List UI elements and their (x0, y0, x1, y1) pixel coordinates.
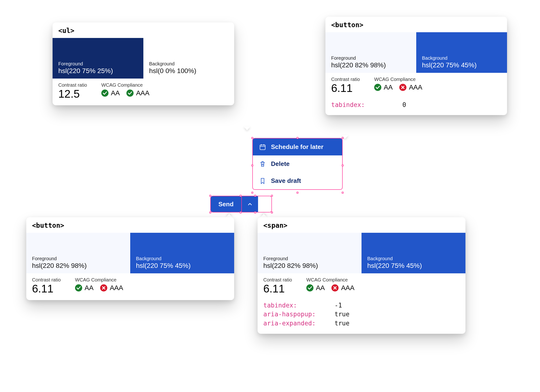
background-swatch: Background hsl(220 75% 45%) (416, 32, 507, 73)
wcag-aaa-badge: AAA (100, 284, 123, 292)
menu-item-delete[interactable]: Delete (253, 155, 342, 172)
swatch-value: hsl(220 82% 98%) (331, 61, 410, 69)
wcag-aa-badge: AA (374, 84, 393, 91)
swatch-label: Foreground (263, 256, 356, 261)
swatch-value: hsl(220 75% 45%) (136, 262, 228, 270)
trash-icon (259, 160, 266, 168)
wcag-aaa-badge: AAA (126, 89, 149, 97)
inspect-card-span: <span> Foreground hsl(220 82% 98%) Backg… (258, 217, 465, 334)
selection-handle-icon[interactable] (342, 192, 344, 194)
selection-handle-icon[interactable] (342, 137, 344, 139)
split-button: Send (210, 196, 272, 212)
swatch-value: hsl(220 75% 25%) (58, 67, 138, 75)
selection-handle-icon[interactable] (271, 195, 273, 197)
inspect-card-button-bottom: <button> Foreground hsl(220 82% 98%) Bac… (26, 217, 234, 300)
contrast-ratio: Contrast ratio 12.5 (58, 82, 87, 100)
inspect-card-button-top: <button> Foreground hsl(220 82% 98%) Bac… (325, 17, 507, 115)
swatch-value: hsl(0 0% 100%) (149, 67, 228, 75)
foreground-swatch: Foreground hsl(220 82% 98%) (325, 32, 416, 73)
swatch-label: Background (422, 55, 501, 61)
dropdown-menu[interactable]: Schedule for later Delete Save draft (252, 138, 343, 190)
foreground-swatch: Foreground hsl(220 75% 25%) (53, 38, 143, 79)
selection-handle-icon[interactable] (251, 164, 253, 166)
contrast-ratio: Contrast ratio 6.11 (331, 77, 360, 94)
calendar-icon (259, 143, 266, 151)
swatch-value: hsl(220 82% 98%) (263, 262, 356, 270)
swatch-label: Foreground (331, 55, 410, 61)
selection-handle-icon[interactable] (240, 195, 242, 197)
check-circle-icon (374, 84, 381, 91)
x-circle-icon (331, 284, 339, 291)
foreground-swatch: Foreground hsl(220 82% 98%) (258, 233, 362, 273)
background-swatch: Background hsl(220 75% 45%) (130, 233, 234, 273)
send-button[interactable]: Send (211, 196, 241, 212)
tag-label: <button> (325, 17, 507, 32)
x-circle-icon (100, 284, 107, 291)
x-circle-icon (399, 84, 406, 91)
swatch-label: Foreground (32, 256, 124, 261)
selection-handle-icon[interactable] (297, 137, 298, 139)
wcag-aa-badge: AA (101, 89, 120, 97)
aria-attributes: tabindex: 0 (325, 100, 507, 115)
foreground-swatch: Foreground hsl(220 82% 98%) (26, 233, 130, 273)
selection-handle-icon[interactable] (251, 192, 253, 194)
tag-label: <ul> (53, 22, 234, 38)
background-swatch: Background hsl(220 75% 45%) (362, 233, 465, 273)
bookmark-icon (259, 177, 266, 185)
tag-label: <button> (26, 217, 234, 233)
inspect-card-ul: <ul> Foreground hsl(220 75% 25%) Backgro… (53, 22, 234, 105)
dropdown-toggle[interactable] (241, 196, 258, 212)
aria-attributes: tabindex: -1 aria-haspopup: true aria-ex… (258, 300, 465, 334)
check-circle-icon (75, 284, 82, 291)
check-circle-icon (126, 90, 134, 97)
wcag-aaa-badge: AAA (331, 284, 354, 292)
menu-item-save-draft[interactable]: Save draft (253, 172, 342, 189)
selection-handle-icon[interactable] (254, 212, 256, 213)
swatch-label: Foreground (58, 61, 138, 67)
check-circle-icon (306, 284, 313, 291)
selection-handle-icon[interactable] (251, 137, 253, 139)
selection-handle-icon[interactable] (297, 192, 298, 194)
selection-handle-icon[interactable] (254, 195, 256, 197)
swatch-label: Background (136, 256, 228, 261)
selection-handle-icon[interactable] (240, 212, 242, 213)
swatch-value: hsl(220 82% 98%) (32, 262, 124, 270)
wcag-aa-badge: AA (306, 284, 325, 292)
contrast-ratio: Contrast ratio 6.11 (263, 277, 292, 295)
swatch-value: hsl(220 75% 45%) (422, 61, 501, 69)
callout-arrow-icon (226, 214, 232, 217)
check-circle-icon (101, 90, 108, 97)
menu-item-schedule[interactable]: Schedule for later (253, 138, 342, 155)
swatch-label: Background (367, 256, 460, 261)
background-swatch: Background hsl(0 0% 100%) (143, 38, 234, 79)
wcag-compliance: WCAG Compliance AA AAA (374, 77, 422, 91)
selection-handle-icon[interactable] (209, 212, 211, 213)
tag-label: <span> (258, 217, 465, 233)
selection-handle-icon[interactable] (209, 195, 211, 197)
wcag-aaa-badge: AAA (399, 84, 422, 91)
swatch-label: Background (149, 61, 228, 67)
wcag-aa-badge: AA (75, 284, 93, 292)
swatch-value: hsl(220 75% 45%) (367, 262, 460, 270)
callout-arrow-icon (260, 214, 267, 217)
contrast-ratio: Contrast ratio 6.11 (32, 277, 61, 295)
wcag-compliance: WCAG Compliance AA AAA (75, 277, 123, 292)
callout-arrow-icon (244, 127, 250, 130)
wcag-compliance: WCAG Compliance AA AAA (101, 82, 149, 97)
selection-handle-icon[interactable] (271, 212, 273, 213)
wcag-compliance: WCAG Compliance AA AAA (306, 277, 354, 292)
chevron-up-icon (247, 201, 253, 207)
selection-handle-icon[interactable] (342, 164, 344, 166)
